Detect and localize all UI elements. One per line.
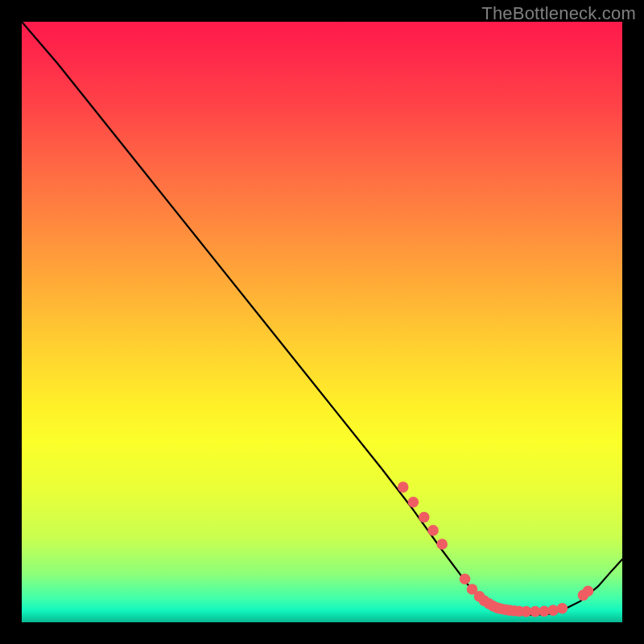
highlight-dot (460, 574, 471, 585)
highlight-dot (557, 603, 568, 614)
highlight-dot (408, 497, 419, 508)
chart-frame: TheBottleneck.com (0, 0, 644, 644)
highlight-dot (427, 525, 439, 536)
highlight-dot (419, 512, 430, 523)
chart-svg (22, 22, 622, 622)
highlight-dot (547, 605, 559, 616)
attribution-text: TheBottleneck.com (481, 3, 636, 24)
highlight-dot-group (398, 481, 593, 617)
highlight-dot (436, 539, 448, 550)
highlight-dot (583, 585, 594, 597)
highlight-dot (398, 481, 409, 493)
bottleneck-curve (22, 22, 622, 615)
plot-area (22, 22, 622, 622)
